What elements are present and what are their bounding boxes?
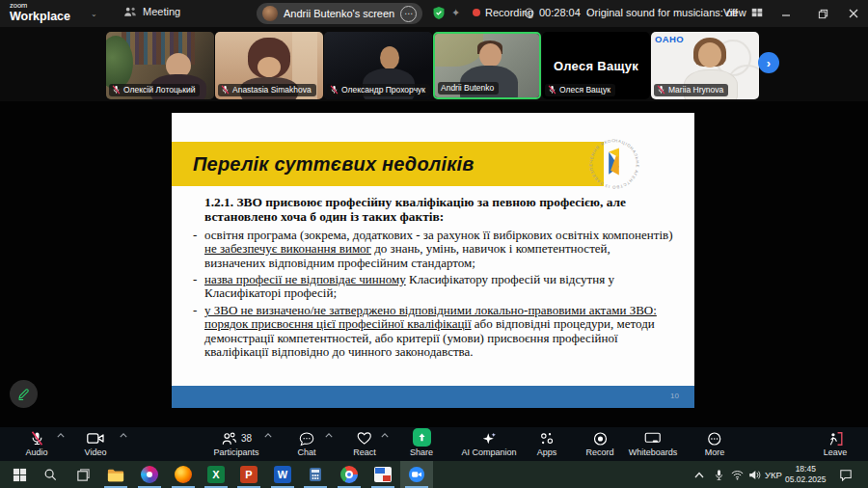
tab-meeting-label: Meeting: [143, 6, 180, 17]
participant-tile-prokhorchuk[interactable]: Олександр Прохорчук: [324, 32, 432, 99]
share-screen-icon: [413, 428, 431, 447]
react-button[interactable]: React: [353, 430, 376, 457]
window-restore-button[interactable]: [808, 0, 837, 27]
powerpoint-icon: P: [240, 466, 258, 483]
video-label: Video: [85, 447, 107, 457]
clock-date: 05.02.2025: [785, 474, 827, 485]
excel-button[interactable]: X: [206, 465, 226, 484]
start-button[interactable]: [10, 465, 29, 484]
tray-overflow-chevron[interactable]: [694, 461, 704, 488]
action-center-button[interactable]: [839, 461, 853, 488]
apps-button[interactable]: Apps: [537, 430, 557, 457]
slide-footer-bar: 10: [172, 386, 694, 408]
participant-name: Олеся Ващук: [559, 85, 610, 95]
video-button[interactable]: Video: [85, 430, 107, 457]
word-button[interactable]: W: [273, 465, 292, 484]
chevron-up-icon: [694, 472, 704, 478]
participant-name: Anastasia Simakhova: [232, 85, 312, 95]
participant-strip: Олексій Лотоцький Anastasia Simakhova: [0, 27, 868, 101]
zoom-workplace-logo: zoom Workplace: [10, 2, 70, 22]
clock-time: 18:45: [785, 464, 827, 474]
pill-more-icon[interactable]: ⋯: [400, 6, 417, 22]
shared-screen-label: Andrii Butenko's screen: [284, 8, 394, 19]
window-close-button[interactable]: [839, 0, 868, 27]
tray-mic[interactable]: [715, 461, 723, 488]
window-minimize-button[interactable]: [772, 0, 800, 27]
brand-chevron-icon[interactable]: ⌄: [91, 10, 97, 18]
chrome-icon: [340, 466, 358, 483]
view-label: View: [723, 7, 746, 18]
participant-tile-vashchuk[interactable]: Олеся Ващук Олеся Ващук: [542, 32, 650, 99]
zoom-app-button[interactable]: [407, 465, 426, 484]
share-label: Share: [410, 447, 433, 457]
qano-logo: ОАНО: [655, 34, 684, 44]
zoom-meeting-window: zoom Workplace ⌄ Meeting Andrii Butenko'…: [0, 0, 868, 488]
participant-name-tag: Anastasia Simakhova: [218, 84, 316, 96]
ai-companion-label: AI Companion: [461, 447, 516, 457]
view-menu[interactable]: View: [723, 7, 763, 18]
ai-companion-button[interactable]: AI Companion: [461, 430, 516, 457]
close-icon: [849, 9, 858, 18]
calculator-button[interactable]: [306, 465, 325, 484]
participants-button[interactable]: 38 Participants: [213, 430, 258, 457]
whiteboards-label: Whiteboards: [629, 447, 678, 457]
taskbar-search-button[interactable]: [41, 465, 60, 484]
participant-name: Mariia Hrynova: [668, 85, 723, 95]
share-button[interactable]: Share: [410, 430, 433, 457]
wifi-icon: [731, 470, 744, 480]
react-menu-chevron[interactable]: [381, 433, 389, 438]
chat-menu-chevron[interactable]: [325, 433, 333, 438]
participants-label: Participants: [213, 447, 258, 457]
file-explorer-button[interactable]: [106, 465, 125, 484]
meeting-toolbar: Audio Video 38 Participants: [0, 427, 868, 461]
security-shield-icon[interactable]: [432, 6, 446, 20]
participant-tile-hrynova[interactable]: ОАНО Mariia Hrynova: [651, 32, 759, 99]
tab-meeting[interactable]: Meeting: [123, 6, 180, 17]
participant-tile-butenko-active[interactable]: Andrii Butenko: [433, 32, 541, 99]
record-button[interactable]: Record: [585, 430, 613, 457]
meeting-timer[interactable]: 00:28:04 ⌄: [524, 7, 592, 18]
muted-mic-icon: [548, 85, 556, 95]
tray-wifi[interactable]: [731, 461, 744, 488]
participant-tile-simakhova[interactable]: Anastasia Simakhova: [215, 32, 323, 99]
titlebar: zoom Workplace ⌄ Meeting Andrii Butenko'…: [0, 0, 868, 27]
leave-button[interactable]: Leave: [824, 430, 848, 457]
chat-bubble-icon: [298, 431, 314, 447]
zoom-app-icon: [408, 466, 425, 483]
chat-button[interactable]: Chat: [297, 430, 315, 457]
slide-bullet: - освітня програма (зокрема, додаткових …: [193, 229, 673, 270]
firefox-icon: [175, 466, 192, 483]
calculator-icon: [308, 467, 323, 482]
brand-zoom: zoom: [10, 2, 70, 10]
taskbar-clock[interactable]: 18:45 05.02.2025: [785, 461, 827, 488]
shared-screen-pill[interactable]: Andrii Butenko's screen ⋯: [257, 3, 422, 24]
record-icon: [592, 431, 608, 447]
annotate-button[interactable]: [10, 380, 38, 408]
participant-tile-lototskyi[interactable]: Олексій Лотоцький: [106, 32, 214, 99]
video-menu-chevron[interactable]: [120, 433, 127, 438]
whiteboards-button[interactable]: Whiteboards: [629, 430, 678, 457]
chrome-button[interactable]: [339, 465, 359, 484]
paint-icon: [141, 466, 158, 483]
ai-sparkle-icon[interactable]: ✦: [451, 7, 460, 19]
audio-button[interactable]: Audio: [25, 430, 47, 457]
brand-workplace: Workplace: [10, 11, 70, 23]
participants-menu-chevron[interactable]: [264, 433, 272, 438]
paint-button[interactable]: [140, 465, 159, 484]
muted-mic-icon: [657, 85, 665, 95]
media-player-button[interactable]: [373, 465, 393, 484]
participant-name-tag: Олексій Лотоцький: [109, 84, 200, 96]
participants-count: 38: [241, 433, 252, 444]
language-indicator[interactable]: УКР: [765, 461, 782, 488]
original-sound-toggle[interactable]: Original sound for musicians: off: [586, 7, 738, 18]
task-view-button[interactable]: [73, 465, 93, 484]
powerpoint-button[interactable]: P: [239, 465, 258, 484]
firefox-button[interactable]: [174, 465, 193, 484]
audio-menu-chevron[interactable]: [57, 433, 65, 438]
clock-icon: [524, 8, 534, 18]
more-button[interactable]: More: [705, 430, 725, 457]
tray-volume[interactable]: [748, 461, 761, 488]
audio-label: Audio: [25, 447, 47, 457]
next-participants-button[interactable]: ›: [758, 52, 779, 73]
participant-name-tag: Олександр Прохорчук: [327, 84, 430, 96]
